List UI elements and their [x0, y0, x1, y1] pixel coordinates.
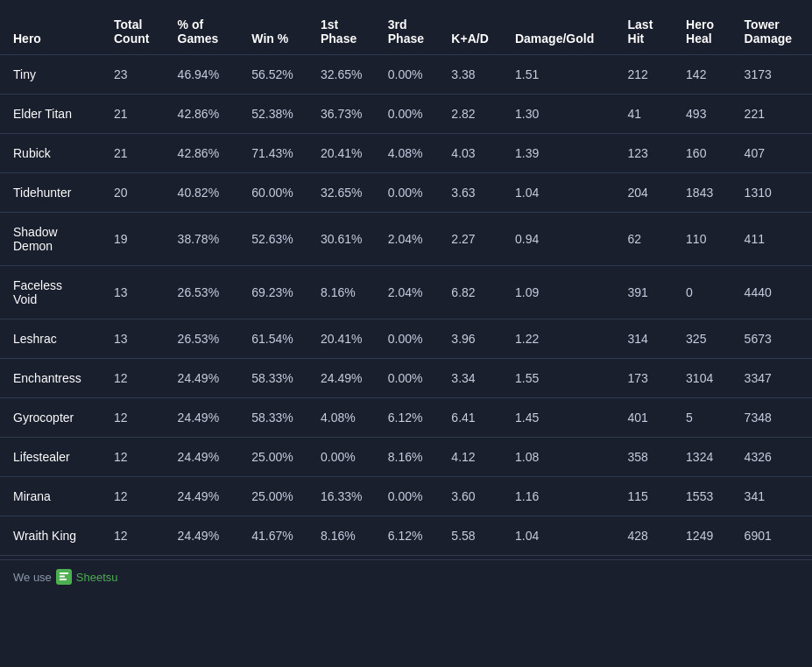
cell-win_pct: 52.63%	[244, 213, 314, 266]
cell-last_hit: 401	[621, 398, 680, 438]
table-row: Wraith King1224.49%41.67%8.16%6.12%5.581…	[0, 516, 812, 556]
cell-hero: Elder Titan	[0, 95, 107, 134]
col-1st-phase: 1stPhase	[314, 9, 381, 55]
cell-kad: 5.58	[444, 516, 508, 556]
cell-tower_damage: 4326	[738, 438, 812, 477]
svg-rect-1	[60, 576, 65, 578]
cell-first_phase: 32.65%	[314, 173, 381, 213]
col-tower-damage: TowerDamage	[738, 9, 812, 55]
cell-kad: 3.38	[444, 55, 508, 95]
cell-damage_gold: 1.51	[508, 55, 621, 95]
cell-pct_games: 46.94%	[171, 55, 245, 95]
cell-hero_heal: 110	[679, 213, 738, 266]
table-row: Rubick2142.86%71.43%20.41%4.08%4.031.391…	[0, 134, 812, 173]
cell-pct_games: 26.53%	[171, 266, 245, 319]
cell-hero: Enchantress	[0, 359, 107, 398]
cell-total_count: 12	[107, 477, 171, 516]
cell-hero: Leshrac	[0, 319, 107, 359]
cell-tower_damage: 4440	[738, 266, 812, 319]
cell-total_count: 13	[107, 266, 171, 319]
stats-table: Hero TotalCount % ofGames Win % 1stPhase…	[0, 9, 812, 556]
cell-tower_damage: 407	[738, 134, 812, 173]
table-row: ShadowDemon1938.78%52.63%30.61%2.04%2.27…	[0, 213, 812, 266]
col-last-hit: LastHit	[621, 9, 680, 55]
cell-pct_games: 24.49%	[171, 477, 245, 516]
col-damage-gold: Damage/Gold	[508, 9, 621, 55]
cell-third_phase: 0.00%	[381, 95, 445, 134]
cell-damage_gold: 1.30	[508, 95, 621, 134]
header-row: Hero TotalCount % ofGames Win % 1stPhase…	[0, 9, 812, 55]
cell-first_phase: 8.16%	[314, 266, 381, 319]
cell-hero: Wraith King	[0, 516, 107, 556]
cell-win_pct: 69.23%	[244, 266, 314, 319]
cell-last_hit: 391	[621, 266, 680, 319]
cell-last_hit: 62	[621, 213, 680, 266]
cell-win_pct: 60.00%	[244, 173, 314, 213]
cell-damage_gold: 1.04	[508, 516, 621, 556]
cell-damage_gold: 1.16	[508, 477, 621, 516]
cell-last_hit: 173	[621, 359, 680, 398]
footer-brand[interactable]: Sheetsu	[76, 571, 118, 584]
cell-last_hit: 428	[621, 516, 680, 556]
cell-hero_heal: 1249	[679, 516, 738, 556]
cell-damage_gold: 1.55	[508, 359, 621, 398]
cell-hero_heal: 142	[679, 55, 738, 95]
cell-damage_gold: 1.04	[508, 173, 621, 213]
table-row: FacelessVoid1326.53%69.23%8.16%2.04%6.82…	[0, 266, 812, 319]
cell-third_phase: 6.12%	[381, 398, 445, 438]
cell-kad: 3.34	[444, 359, 508, 398]
cell-total_count: 12	[107, 359, 171, 398]
cell-total_count: 21	[107, 95, 171, 134]
cell-hero: Rubick	[0, 134, 107, 173]
cell-hero_heal: 1843	[679, 173, 738, 213]
cell-tower_damage: 3347	[738, 359, 812, 398]
cell-third_phase: 0.00%	[381, 359, 445, 398]
table-row: Mirana1224.49%25.00%16.33%0.00%3.601.161…	[0, 477, 812, 516]
cell-total_count: 19	[107, 213, 171, 266]
col-3rd-phase: 3rdPhase	[381, 9, 445, 55]
svg-rect-2	[60, 579, 67, 580]
cell-win_pct: 56.52%	[244, 55, 314, 95]
cell-third_phase: 8.16%	[381, 438, 445, 477]
cell-hero: Gyrocopter	[0, 398, 107, 438]
cell-hero: FacelessVoid	[0, 266, 107, 319]
cell-first_phase: 20.41%	[314, 319, 381, 359]
cell-last_hit: 314	[621, 319, 680, 359]
col-win-pct: Win %	[244, 9, 314, 55]
cell-tower_damage: 3173	[738, 55, 812, 95]
sheetsu-logo-icon	[56, 569, 72, 585]
cell-third_phase: 0.00%	[381, 173, 445, 213]
cell-first_phase: 30.61%	[314, 213, 381, 266]
cell-hero_heal: 0	[679, 266, 738, 319]
cell-kad: 6.82	[444, 266, 508, 319]
cell-win_pct: 52.38%	[244, 95, 314, 134]
cell-win_pct: 71.43%	[244, 134, 314, 173]
cell-hero_heal: 1324	[679, 438, 738, 477]
cell-last_hit: 123	[621, 134, 680, 173]
cell-hero: Mirana	[0, 477, 107, 516]
svg-rect-0	[60, 572, 68, 574]
col-pct-games: % ofGames	[171, 9, 245, 55]
cell-third_phase: 2.04%	[381, 266, 445, 319]
table-body: Tiny2346.94%56.52%32.65%0.00%3.381.51212…	[0, 55, 812, 556]
cell-kad: 2.27	[444, 213, 508, 266]
cell-tower_damage: 221	[738, 95, 812, 134]
cell-hero_heal: 3104	[679, 359, 738, 398]
col-hero: Hero	[0, 9, 107, 55]
cell-third_phase: 6.12%	[381, 516, 445, 556]
cell-last_hit: 204	[621, 173, 680, 213]
cell-win_pct: 25.00%	[244, 438, 314, 477]
cell-third_phase: 2.04%	[381, 213, 445, 266]
table-row: Lifestealer1224.49%25.00%0.00%8.16%4.121…	[0, 438, 812, 477]
cell-tower_damage: 5673	[738, 319, 812, 359]
col-hero-heal: HeroHeal	[679, 9, 738, 55]
col-kad: K+A/D	[444, 9, 508, 55]
cell-win_pct: 25.00%	[244, 477, 314, 516]
cell-damage_gold: 1.39	[508, 134, 621, 173]
cell-tower_damage: 1310	[738, 173, 812, 213]
cell-hero: Tidehunter	[0, 173, 107, 213]
cell-first_phase: 4.08%	[314, 398, 381, 438]
cell-third_phase: 4.08%	[381, 134, 445, 173]
table-row: Elder Titan2142.86%52.38%36.73%0.00%2.82…	[0, 95, 812, 134]
cell-total_count: 12	[107, 438, 171, 477]
